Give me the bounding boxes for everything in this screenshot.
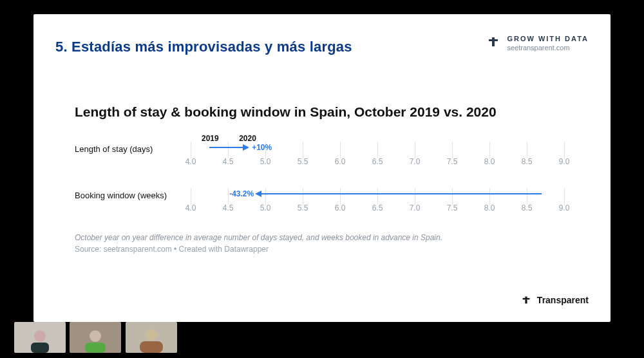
- svg-rect-1: [489, 39, 498, 41]
- svg-point-10: [90, 330, 101, 342]
- svg-rect-11: [85, 343, 106, 353]
- tick-label: 5.5: [293, 203, 312, 216]
- webcam-thumb[interactable]: [70, 322, 121, 353]
- tick-label: 8.0: [480, 203, 499, 216]
- tick-label: 6.0: [330, 157, 350, 170]
- tick-label: 5.5: [293, 157, 312, 170]
- chart-row: Length of stay (days)4.04.55.05.56.06.57…: [75, 135, 569, 182]
- svg-point-7: [34, 330, 46, 342]
- svg-rect-14: [140, 341, 163, 353]
- brand-name: Transparent: [537, 295, 589, 305]
- tick-label: 5.0: [256, 157, 275, 170]
- webcam-thumb[interactable]: [126, 322, 177, 353]
- chart-footnote: October year on year difference in avera…: [75, 233, 569, 242]
- tick-label: 6.5: [368, 203, 387, 216]
- brand-tagline: GROW WITH DATA: [507, 35, 589, 42]
- transparent-logo-icon: [522, 296, 531, 306]
- tick-label: 6.5: [368, 157, 387, 170]
- svg-rect-2: [492, 41, 495, 46]
- webcam-thumb[interactable]: [14, 322, 66, 353]
- brand-url: seetransparent.com: [507, 44, 589, 52]
- svg-rect-5: [525, 299, 527, 303]
- chart-source: Source: seetransparent.com • Created wit…: [75, 245, 569, 254]
- svg-rect-4: [523, 298, 530, 299]
- webcam-strip: [14, 322, 178, 353]
- transparent-logo-icon: [488, 36, 499, 50]
- arrow-line: [261, 193, 542, 194]
- tick-label: 8.5: [517, 203, 536, 216]
- tick-label: 7.0: [405, 203, 424, 216]
- row-label: Length of stay (days): [75, 144, 191, 154]
- tick-label: 8.0: [480, 157, 499, 170]
- tick-label: 8.5: [517, 157, 536, 170]
- pct-change-label: -43.2%: [229, 189, 254, 198]
- chart-row: Booking window (weeks)4.04.55.05.56.06.5…: [75, 182, 569, 228]
- brand-top: GROW WITH DATA seetransparent.com: [488, 35, 589, 52]
- pct-change-label: +10%: [252, 143, 272, 152]
- tick-label: 7.5: [442, 203, 462, 216]
- tick-label: 4.5: [218, 157, 238, 170]
- tick-label: 4.0: [181, 203, 200, 216]
- axis: 4.04.55.05.56.06.57.07.58.08.59.0-43.2%: [191, 182, 564, 228]
- arrow-line: [209, 147, 243, 148]
- tick-label: 5.0: [256, 203, 275, 216]
- slide-title: 5. Estadías más improvisadas y más larga…: [55, 39, 352, 55]
- axis: 4.04.55.05.56.06.57.07.58.08.59.02019202…: [191, 135, 564, 182]
- tick-label: 4.0: [181, 157, 200, 170]
- year-label-2019: 2019: [202, 134, 219, 143]
- row-label: Booking window (weeks): [75, 191, 191, 200]
- chart-title: Length of stay & booking window in Spain…: [75, 104, 569, 120]
- tick-label: 9.0: [554, 203, 574, 216]
- chart-rows: Length of stay (days)4.04.55.05.56.06.57…: [75, 135, 569, 228]
- svg-rect-3: [525, 297, 527, 298]
- tick-label: 7.5: [442, 157, 462, 170]
- brand-bottom: Transparent: [522, 295, 589, 306]
- tick-label: 7.0: [405, 157, 424, 170]
- svg-point-13: [146, 329, 157, 341]
- tick-label: 4.5: [218, 203, 238, 216]
- arrow-head-icon: [255, 191, 261, 197]
- svg-rect-0: [492, 37, 495, 39]
- arrow-head-icon: [243, 144, 249, 151]
- year-label-2020: 2020: [239, 134, 256, 143]
- stage: 5. Estadías más improvisadas y más larga…: [0, 0, 644, 358]
- slide: 5. Estadías más improvisadas y más larga…: [33, 14, 611, 322]
- tick-label: 9.0: [554, 157, 574, 170]
- svg-rect-8: [31, 343, 49, 353]
- chart: Length of stay & booking window in Spain…: [75, 104, 569, 254]
- tick-label: 6.0: [330, 203, 350, 216]
